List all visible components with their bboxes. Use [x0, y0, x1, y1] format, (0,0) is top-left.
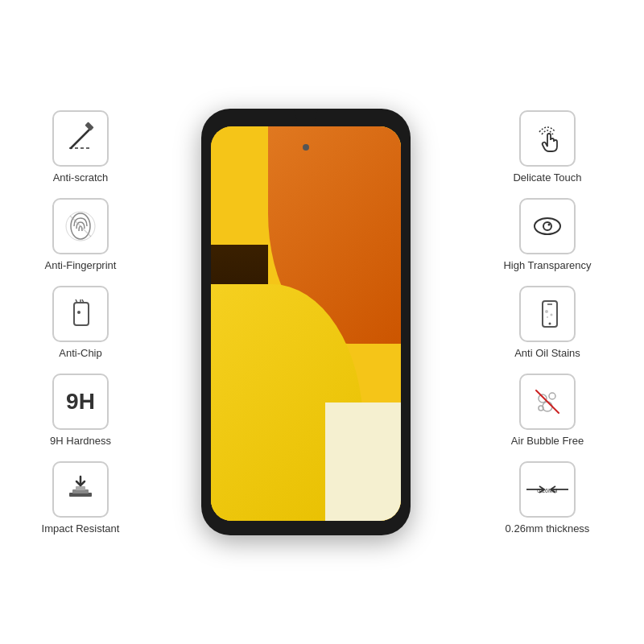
svg-point-17 — [548, 223, 551, 225]
anti-chip-label: Anti-Chip — [59, 347, 101, 359]
center-phone — [145, 109, 467, 535]
svg-rect-13 — [76, 486, 85, 490]
9h-icon-box: 9H — [52, 374, 109, 430]
air-bubble-icon-box — [519, 374, 576, 430]
anti-scratch-icon-box — [52, 110, 109, 167]
anti-oil-icon-box — [519, 286, 576, 342]
eye-icon — [530, 208, 565, 244]
9h-text-icon: 9H — [66, 390, 95, 413]
feature-anti-scratch: Anti-scratch — [52, 110, 109, 184]
svg-point-20 — [549, 322, 551, 324]
feature-thickness: 0.26MM 0.26mm thickness — [506, 461, 590, 535]
delicate-touch-label: Delicate Touch — [513, 171, 581, 184]
high-transparency-label: High Transparency — [503, 259, 591, 271]
svg-point-23 — [547, 316, 548, 318]
feature-delicate-touch: Delicate Touch — [513, 110, 581, 184]
high-transparency-icon-box — [519, 198, 576, 254]
feature-high-transparency: High Transparency — [503, 198, 591, 271]
phone-small-icon — [530, 296, 565, 332]
impact-icon — [63, 472, 98, 507]
feature-air-bubble-free: Air Bubble Free — [511, 374, 584, 447]
scratch-icon — [63, 121, 98, 156]
phone-screen — [211, 126, 401, 521]
anti-chip-icon-box — [52, 286, 109, 342]
svg-point-10 — [77, 311, 80, 314]
air-bubble-label: Air Bubble Free — [511, 435, 584, 447]
thickness-icon-box: 0.26MM — [519, 461, 576, 518]
svg-point-24 — [539, 394, 547, 402]
anti-oil-label: Anti Oil Stains — [514, 347, 580, 359]
phone-body — [201, 109, 411, 535]
feature-anti-fingerprint: Anti-Fingerprint — [45, 198, 117, 271]
wallpaper-cream — [325, 402, 401, 521]
page-container: Anti-scratch Anti-Fingerprint — [0, 0, 644, 644]
bubbles-icon — [530, 384, 565, 419]
fingerprint-icon — [63, 208, 98, 244]
anti-fingerprint-label: Anti-Fingerprint — [45, 259, 117, 271]
phone-wallpaper — [211, 126, 401, 521]
delicate-touch-icon-box — [519, 110, 576, 167]
phone-mockup — [201, 109, 411, 535]
svg-rect-1 — [85, 122, 93, 130]
svg-point-26 — [543, 402, 552, 411]
svg-point-21 — [545, 310, 548, 313]
feature-anti-chip: Anti-Chip — [52, 286, 109, 359]
feature-9h-hardness: 9H 9H Hardness — [50, 374, 111, 447]
svg-point-15 — [535, 218, 560, 234]
feature-impact-resistant: Impact Resistant — [42, 461, 120, 535]
svg-point-22 — [551, 313, 553, 316]
chip-icon — [63, 296, 98, 332]
svg-text:0.26MM: 0.26MM — [537, 488, 557, 493]
svg-point-16 — [543, 222, 551, 230]
right-features: Delicate Touch High Transparency — [467, 110, 628, 535]
phone-notch — [294, 109, 318, 123]
touch-icon — [530, 121, 565, 156]
svg-rect-6 — [74, 303, 89, 325]
svg-line-0 — [71, 129, 90, 148]
feature-anti-oil-stains: Anti Oil Stains — [514, 286, 580, 359]
svg-point-25 — [549, 393, 555, 399]
anti-fingerprint-icon-box — [52, 198, 109, 254]
impact-label: Impact Resistant — [42, 522, 120, 535]
anti-scratch-label: Anti-scratch — [53, 171, 109, 184]
thickness-label: 0.26mm thickness — [506, 522, 590, 535]
left-features: Anti-scratch Anti-Fingerprint — [16, 110, 145, 535]
camera-dot — [303, 144, 309, 151]
impact-icon-box — [52, 461, 109, 518]
thickness-icon: 0.26MM — [523, 469, 572, 510]
9h-label: 9H Hardness — [50, 435, 111, 447]
